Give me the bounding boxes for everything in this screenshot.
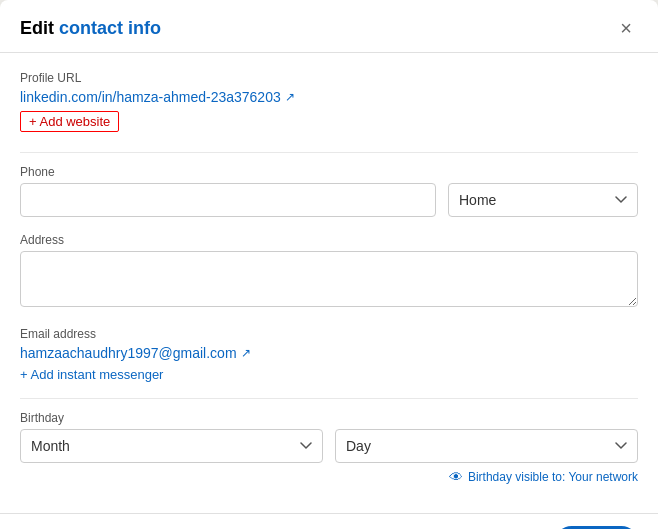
eye-icon: 👁 [449, 469, 463, 485]
profile-url-group: Profile URL linkedin.com/in/hamza-ahmed-… [20, 71, 638, 136]
birthday-day-select[interactable]: Day 12345 678910 1112131415 1617181920 2… [335, 429, 638, 463]
email-link[interactable]: hamzaachaudhry1997@gmail.com ↗ [20, 345, 638, 361]
address-input[interactable] [20, 251, 638, 307]
phone-group: Phone Home Work Mobile Other [20, 165, 638, 217]
email-external-link-icon: ↗ [241, 346, 251, 360]
modal-title: Edit contact info [20, 18, 161, 39]
title-highlight: contact info [59, 18, 161, 38]
add-messenger-button[interactable]: + Add instant messenger [20, 367, 163, 382]
phone-input[interactable] [20, 183, 436, 217]
phone-type-wrap: Home Work Mobile Other [448, 183, 638, 217]
modal: Edit contact info × Profile URL linkedin… [0, 0, 658, 529]
address-group: Address [20, 233, 638, 311]
add-website-button[interactable]: + Add website [20, 111, 119, 132]
address-label: Address [20, 233, 638, 247]
modal-header: Edit contact info × [0, 0, 658, 53]
external-link-icon: ↗ [285, 90, 295, 104]
modal-body: Profile URL linkedin.com/in/hamza-ahmed-… [0, 53, 658, 513]
birthday-visibility: 👁 Birthday visible to: Your network [20, 469, 638, 485]
birthday-visible-label: Birthday visible to: Your network [468, 470, 638, 484]
birthday-group: Birthday Month January February March Ap… [20, 411, 638, 485]
profile-url-label: Profile URL [20, 71, 638, 85]
phone-label: Phone [20, 165, 638, 179]
title-prefix: Edit [20, 18, 59, 38]
close-button[interactable]: × [614, 16, 638, 40]
divider-2 [20, 398, 638, 399]
birthday-row: Month January February March April May J… [20, 429, 638, 463]
email-text: hamzaachaudhry1997@gmail.com [20, 345, 237, 361]
phone-row: Home Work Mobile Other [20, 183, 638, 217]
profile-url-link[interactable]: linkedin.com/in/hamza-ahmed-23a376203 ↗ [20, 89, 638, 105]
profile-url-text: linkedin.com/in/hamza-ahmed-23a376203 [20, 89, 281, 105]
birthday-month-select[interactable]: Month January February March April May J… [20, 429, 323, 463]
modal-footer: Save [0, 513, 658, 529]
phone-input-wrap [20, 183, 436, 217]
email-group: Email address hamzaachaudhry1997@gmail.c… [20, 327, 638, 382]
birthday-label: Birthday [20, 411, 638, 425]
phone-type-select[interactable]: Home Work Mobile Other [448, 183, 638, 217]
divider-1 [20, 152, 638, 153]
email-label: Email address [20, 327, 638, 341]
